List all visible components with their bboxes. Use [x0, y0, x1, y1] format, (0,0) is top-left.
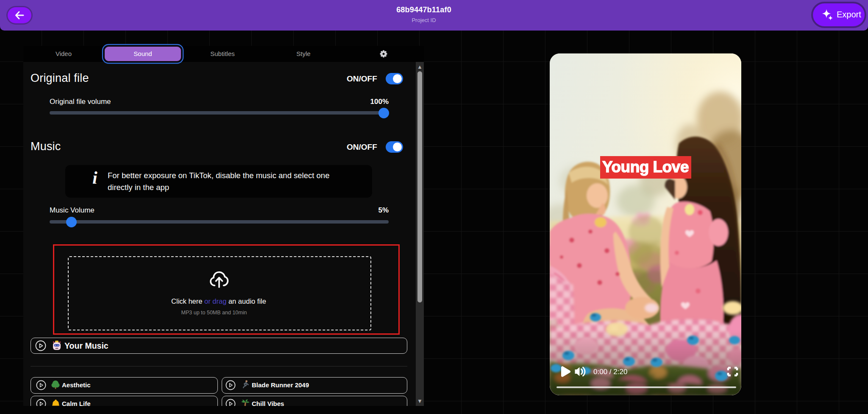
svg-text:Young Love: Young Love: [602, 158, 689, 176]
svg-text:0:00 / 2:20: 0:00 / 2:20: [593, 368, 627, 376]
